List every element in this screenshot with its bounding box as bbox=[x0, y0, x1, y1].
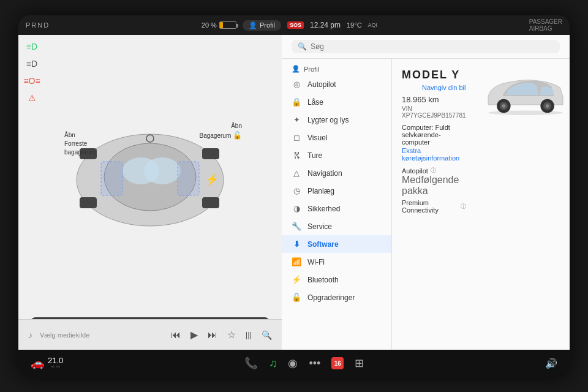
main-content: ≡D ≡D ≡O≡ ⚠ bbox=[18, 35, 570, 350]
car-thumbnail bbox=[473, 69, 570, 214]
menu-item-navigation[interactable]: △ Navigation bbox=[282, 164, 391, 182]
menu-item-software[interactable]: ⬇ Software bbox=[282, 235, 391, 253]
prnd-display: PRND bbox=[26, 21, 50, 29]
autopilot-info-icon[interactable]: ⓘ bbox=[431, 167, 436, 175]
top-status-bar: PRND 20 % 👤 Profil SOS 12.24 pm 19°C AQI… bbox=[18, 15, 570, 35]
profile-button[interactable]: 👤 Profil bbox=[243, 20, 281, 31]
laase-label: Låse bbox=[307, 98, 323, 107]
volume-icon[interactable]: 🔊 bbox=[545, 358, 557, 369]
car-svg: ⚡ Åbn Forreste bagagerum Åbn Bagagerum 🔓 bbox=[46, 113, 254, 260]
menu-item-autopilot[interactable]: ◎ Autopilot bbox=[282, 75, 391, 93]
phone-icon[interactable]: 📞 bbox=[244, 356, 258, 370]
connectivity-info-icon[interactable]: ⓘ bbox=[461, 203, 466, 211]
temp-value: 21.0 bbox=[48, 356, 63, 365]
connectivity-label: Premium Connectivity bbox=[402, 199, 458, 214]
autopilot-feature-label: Autopilot bbox=[402, 167, 428, 175]
menu-list: 👤 Profil ◎ Autopilot 🔒 Låse ✦ Lygter og … bbox=[282, 59, 392, 350]
search-icon[interactable]: 🔍 bbox=[262, 330, 272, 340]
service-label: Service bbox=[307, 222, 332, 231]
queue-icon[interactable]: ||| bbox=[246, 330, 252, 339]
icon-btn-1[interactable]: ≡D bbox=[23, 40, 40, 53]
software-label: Software bbox=[307, 240, 339, 249]
opgraderinger-icon: 🔓 bbox=[292, 293, 301, 302]
search-box[interactable]: 🔍 bbox=[292, 40, 560, 53]
music-note-icon: ♪ bbox=[28, 330, 32, 340]
profile-menu-label: Profil bbox=[304, 66, 319, 73]
taskbar: 🚗 21.0 °° °° 📞 ♫ ◉ ••• 16 ⊞ 🔊 bbox=[18, 350, 570, 377]
software-icon: ⬇ bbox=[292, 239, 301, 249]
model-section: MODEL Y Navngiv din bil 18.965 km VIN XP… bbox=[402, 69, 560, 214]
service-icon: 🔧 bbox=[292, 222, 301, 231]
prev-button[interactable]: ⏮ bbox=[171, 330, 181, 341]
svg-rect-11 bbox=[178, 162, 199, 195]
menu-item-visuel[interactable]: ◻ Visuel bbox=[282, 129, 391, 146]
wifi-icon: 📶 bbox=[292, 257, 301, 266]
lock-icon: 🔓 bbox=[233, 131, 242, 140]
profile-label: Profil bbox=[260, 21, 275, 29]
svg-point-17 bbox=[545, 104, 549, 108]
sikkerhed-label: Sikkerhed bbox=[307, 205, 340, 213]
menu-item-wifi[interactable]: 📶 Wi-Fi bbox=[282, 253, 391, 271]
laase-icon: 🔒 bbox=[292, 97, 301, 107]
battery-indicator: 20 % bbox=[202, 21, 236, 29]
vin-value: VIN XP7YGCEJ9PB157781 bbox=[402, 105, 466, 119]
svg-rect-7 bbox=[202, 197, 219, 208]
computer-info: Computer: Fuldt selvkørende-computer bbox=[402, 124, 466, 146]
extra-info-link[interactable]: Ekstra køretøjsinformation bbox=[402, 147, 466, 162]
menu-item-planlaeg[interactable]: ◷ Planlæg bbox=[282, 182, 391, 200]
menu-item-lygter[interactable]: ✦ Lygter og lys bbox=[282, 111, 391, 129]
play-button[interactable]: ▶ bbox=[190, 329, 198, 341]
content-panel: MODEL Y Navngiv din bil 18.965 km VIN XP… bbox=[392, 59, 570, 350]
navigation-icon: △ bbox=[292, 168, 301, 178]
aqi-display: AQI bbox=[368, 22, 378, 28]
taskbar-right: 🔊 bbox=[545, 358, 557, 369]
planlaeg-label: Planlæg bbox=[307, 187, 334, 195]
apps-icon[interactable]: ⊞ bbox=[355, 356, 364, 370]
svg-text:⚡: ⚡ bbox=[205, 173, 219, 186]
calendar-icon[interactable]: 16 bbox=[331, 357, 344, 369]
car-side-svg bbox=[480, 69, 570, 124]
top-bar-left: PRND bbox=[26, 21, 50, 29]
media-source-label[interactable]: Vælg mediekilde bbox=[40, 331, 164, 339]
connectivity-feature: Premium Connectivity ⓘ bbox=[402, 199, 466, 214]
menu-item-ture[interactable]: ⛕ Ture bbox=[282, 146, 391, 164]
left-panel: ≡D ≡D ≡O≡ ⚠ bbox=[18, 35, 282, 350]
computer-label: Computer: bbox=[402, 124, 433, 131]
svg-point-3 bbox=[144, 157, 181, 184]
favorite-icon[interactable]: ☆ bbox=[227, 329, 236, 341]
rename-link[interactable]: Navngiv din bil bbox=[422, 84, 466, 91]
wifi-label: Wi-Fi bbox=[307, 258, 325, 266]
svg-point-18 bbox=[488, 110, 563, 115]
menu-item-opgraderinger[interactable]: 🔓 Opgraderinger bbox=[282, 288, 391, 306]
settings-header: 🔍 bbox=[282, 35, 570, 59]
wifi-taskbar-icon[interactable]: ◉ bbox=[288, 356, 298, 370]
battery-bar bbox=[219, 21, 236, 29]
lygter-icon: ✦ bbox=[292, 115, 301, 124]
temp-sub: °° °° bbox=[51, 365, 60, 371]
label-forreste-bagagerum: Åbn Forreste bagagerum bbox=[64, 131, 96, 157]
svg-rect-6 bbox=[80, 197, 97, 208]
car-icon[interactable]: 🚗 bbox=[31, 356, 44, 370]
taskbar-center: 📞 ♫ ◉ ••• 16 ⊞ bbox=[244, 356, 364, 370]
planlaeg-icon: ◷ bbox=[292, 186, 301, 195]
menu-item-bluetooth[interactable]: ⚡ Bluetooth bbox=[282, 271, 391, 288]
label-bagagerum: Åbn Bagagerum 🔓 bbox=[200, 122, 242, 141]
autopilot-feature: Autopilot ⓘ bbox=[402, 167, 466, 175]
svg-point-14 bbox=[502, 104, 505, 108]
search-input[interactable] bbox=[311, 42, 554, 51]
search-icon: 🔍 bbox=[298, 42, 307, 51]
dots-icon[interactable]: ••• bbox=[309, 357, 320, 370]
bluetooth-label: Bluetooth bbox=[307, 276, 339, 284]
passenger-airbag: PASSAGERAIRBAG bbox=[529, 18, 562, 32]
spotify-icon[interactable]: ♫ bbox=[269, 357, 277, 370]
sikkerhed-icon: ◑ bbox=[292, 204, 301, 213]
svg-rect-5 bbox=[202, 148, 219, 159]
menu-item-laase[interactable]: 🔒 Låse bbox=[282, 93, 391, 111]
autopilot-icon: ◎ bbox=[292, 80, 301, 89]
top-bar-center: 20 % 👤 Profil SOS 12.24 pm 19°C AQI bbox=[202, 20, 377, 31]
profile-icon-menu: 👤 bbox=[292, 65, 300, 73]
menu-item-sikkerhed[interactable]: ◑ Sikkerhed bbox=[282, 200, 391, 217]
next-button[interactable]: ⏭ bbox=[208, 330, 217, 341]
temp-display: 19°C bbox=[347, 21, 362, 29]
menu-item-service[interactable]: 🔧 Service bbox=[282, 217, 391, 235]
